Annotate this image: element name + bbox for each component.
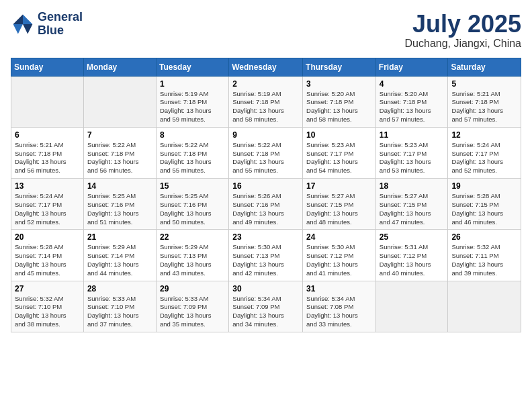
day-info: Sunrise: 5:21 AM Sunset: 7:18 PM Dayligh… [15,141,80,175]
day-info: Sunrise: 5:20 AM Sunset: 7:18 PM Dayligh… [306,90,372,124]
calendar-week-row: 27Sunrise: 5:32 AM Sunset: 7:10 PM Dayli… [11,281,521,332]
day-number: 28 [87,284,152,293]
day-info: Sunrise: 5:25 AM Sunset: 7:16 PM Dayligh… [160,192,225,226]
day-number: 10 [306,130,372,140]
calendar-cell: 13Sunrise: 5:24 AM Sunset: 7:17 PM Dayli… [11,179,84,230]
day-number: 9 [232,130,299,140]
calendar-cell: 9Sunrise: 5:22 AM Sunset: 7:18 PM Daylig… [229,127,303,178]
day-of-week-header: Friday [375,58,448,76]
calendar-table: SundayMondayTuesdayWednesdayThursdayFrid… [11,58,521,332]
day-number: 15 [160,181,225,191]
day-number: 3 [306,79,372,89]
day-number: 2 [232,79,299,89]
day-info: Sunrise: 5:30 AM Sunset: 7:12 PM Dayligh… [306,243,372,277]
calendar-cell: 4Sunrise: 5:20 AM Sunset: 7:18 PM Daylig… [375,76,448,127]
day-info: Sunrise: 5:28 AM Sunset: 7:14 PM Dayligh… [15,243,80,277]
day-of-week-header: Monday [83,58,156,76]
calendar-cell: 30Sunrise: 5:34 AM Sunset: 7:09 PM Dayli… [229,281,303,332]
day-number: 27 [15,284,80,293]
title-section: July 2025 Duchang, Jiangxi, China [405,11,521,50]
calendar-cell [11,76,84,127]
svg-marker-1 [13,14,23,24]
calendar-cell: 14Sunrise: 5:25 AM Sunset: 7:16 PM Dayli… [83,179,156,230]
logo-icon [11,12,35,36]
day-info: Sunrise: 5:20 AM Sunset: 7:18 PM Dayligh… [380,90,445,124]
calendar-cell: 23Sunrise: 5:30 AM Sunset: 7:13 PM Dayli… [229,230,303,281]
day-info: Sunrise: 5:19 AM Sunset: 7:18 PM Dayligh… [232,90,299,124]
calendar-cell: 15Sunrise: 5:25 AM Sunset: 7:16 PM Dayli… [156,179,228,230]
day-number: 7 [87,130,152,140]
calendar-cell [375,281,448,332]
day-info: Sunrise: 5:22 AM Sunset: 7:18 PM Dayligh… [87,141,152,175]
calendar-week-row: 1Sunrise: 5:19 AM Sunset: 7:18 PM Daylig… [11,76,521,127]
day-number: 11 [380,130,445,140]
day-number: 12 [451,130,517,140]
day-number: 23 [232,232,299,242]
day-info: Sunrise: 5:34 AM Sunset: 7:08 PM Dayligh… [306,295,372,329]
day-info: Sunrise: 5:28 AM Sunset: 7:15 PM Dayligh… [451,192,517,226]
day-info: Sunrise: 5:24 AM Sunset: 7:17 PM Dayligh… [15,192,80,226]
day-number: 22 [160,232,225,242]
day-info: Sunrise: 5:24 AM Sunset: 7:17 PM Dayligh… [451,141,517,175]
day-info: Sunrise: 5:26 AM Sunset: 7:16 PM Dayligh… [232,192,299,226]
calendar-cell: 2Sunrise: 5:19 AM Sunset: 7:18 PM Daylig… [229,76,303,127]
day-info: Sunrise: 5:27 AM Sunset: 7:15 PM Dayligh… [306,192,372,226]
day-info: Sunrise: 5:29 AM Sunset: 7:13 PM Dayligh… [160,243,225,277]
calendar-cell: 18Sunrise: 5:27 AM Sunset: 7:15 PM Dayli… [375,179,448,230]
calendar-cell: 3Sunrise: 5:20 AM Sunset: 7:18 PM Daylig… [303,76,376,127]
day-number: 4 [380,79,445,89]
day-info: Sunrise: 5:34 AM Sunset: 7:09 PM Dayligh… [232,295,299,329]
location-label: Duchang, Jiangxi, China [405,38,521,50]
day-number: 20 [15,232,80,242]
calendar-cell: 8Sunrise: 5:22 AM Sunset: 7:18 PM Daylig… [156,127,228,178]
day-of-week-header: Tuesday [156,58,228,76]
day-number: 13 [15,181,80,191]
page-header: General Blue July 2025 Duchang, Jiangxi,… [11,11,521,50]
calendar-cell: 22Sunrise: 5:29 AM Sunset: 7:13 PM Dayli… [156,230,228,281]
calendar-cell: 31Sunrise: 5:34 AM Sunset: 7:08 PM Dayli… [303,281,376,332]
day-number: 5 [451,79,517,89]
day-info: Sunrise: 5:25 AM Sunset: 7:16 PM Dayligh… [87,192,152,226]
calendar-week-row: 20Sunrise: 5:28 AM Sunset: 7:14 PM Dayli… [11,230,521,281]
calendar-cell: 12Sunrise: 5:24 AM Sunset: 7:17 PM Dayli… [448,127,521,178]
day-number: 1 [160,79,225,89]
day-info: Sunrise: 5:32 AM Sunset: 7:10 PM Dayligh… [15,295,80,329]
day-info: Sunrise: 5:29 AM Sunset: 7:14 PM Dayligh… [87,243,152,277]
day-info: Sunrise: 5:33 AM Sunset: 7:10 PM Dayligh… [87,295,152,329]
day-info: Sunrise: 5:30 AM Sunset: 7:13 PM Dayligh… [232,243,299,277]
calendar-cell: 28Sunrise: 5:33 AM Sunset: 7:10 PM Dayli… [83,281,156,332]
svg-marker-2 [23,24,32,34]
calendar-cell: 24Sunrise: 5:30 AM Sunset: 7:12 PM Dayli… [303,230,376,281]
day-number: 8 [160,130,225,140]
logo-text: General Blue [38,11,83,38]
day-number: 19 [451,181,517,191]
day-number: 29 [160,284,225,293]
day-number: 6 [15,130,80,140]
calendar-week-row: 13Sunrise: 5:24 AM Sunset: 7:17 PM Dayli… [11,179,521,230]
calendar-cell: 17Sunrise: 5:27 AM Sunset: 7:15 PM Dayli… [303,179,376,230]
day-info: Sunrise: 5:23 AM Sunset: 7:17 PM Dayligh… [306,141,372,175]
calendar-cell: 19Sunrise: 5:28 AM Sunset: 7:15 PM Dayli… [448,179,521,230]
calendar-cell: 27Sunrise: 5:32 AM Sunset: 7:10 PM Dayli… [11,281,84,332]
calendar-cell: 6Sunrise: 5:21 AM Sunset: 7:18 PM Daylig… [11,127,84,178]
calendar-cell: 21Sunrise: 5:29 AM Sunset: 7:14 PM Dayli… [83,230,156,281]
day-number: 24 [306,232,372,242]
calendar-cell: 29Sunrise: 5:33 AM Sunset: 7:09 PM Dayli… [156,281,228,332]
day-of-week-header: Wednesday [229,58,303,76]
day-info: Sunrise: 5:19 AM Sunset: 7:18 PM Dayligh… [160,90,225,124]
day-info: Sunrise: 5:27 AM Sunset: 7:15 PM Dayligh… [380,192,445,226]
day-number: 18 [380,181,445,191]
day-number: 25 [380,232,445,242]
calendar-cell: 26Sunrise: 5:32 AM Sunset: 7:11 PM Dayli… [448,230,521,281]
day-info: Sunrise: 5:23 AM Sunset: 7:17 PM Dayligh… [380,141,445,175]
day-of-week-header: Thursday [303,58,376,76]
day-number: 30 [232,284,299,293]
calendar-cell [448,281,521,332]
calendar-cell: 16Sunrise: 5:26 AM Sunset: 7:16 PM Dayli… [229,179,303,230]
calendar-week-row: 6Sunrise: 5:21 AM Sunset: 7:18 PM Daylig… [11,127,521,178]
calendar-cell: 25Sunrise: 5:31 AM Sunset: 7:12 PM Dayli… [375,230,448,281]
calendar-cell [83,76,156,127]
day-info: Sunrise: 5:33 AM Sunset: 7:09 PM Dayligh… [160,295,225,329]
calendar-cell: 11Sunrise: 5:23 AM Sunset: 7:17 PM Dayli… [375,127,448,178]
day-number: 16 [232,181,299,191]
